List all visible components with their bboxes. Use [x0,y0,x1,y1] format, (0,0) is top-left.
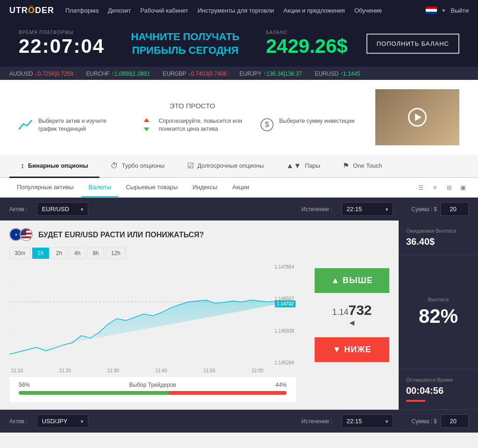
expiry-select-2[interactable]: 22:15 22:30 [342,414,393,428]
ticker-eurusd: EURUSD ↑1.1445 [315,71,360,77]
time-btn-12h[interactable]: 12h [106,248,126,259]
nav-tools[interactable]: Инструменты для торговли [197,7,274,14]
us-flag [20,228,33,241]
filter-indices[interactable]: Индексы [185,178,225,197]
asset-label-1: Актив : [9,206,28,213]
how-step-3: $ Выберите сумму инвестиции [260,117,366,132]
rate-display: 1.14 732 [332,302,372,318]
chevron-down-icon[interactable]: ▼ [442,8,446,13]
play-button[interactable] [408,108,427,127]
choice-labels: 56% Выбор Трейдеров 44% [19,382,287,388]
bull-pct: 56% [19,382,30,388]
tab-longterm[interactable]: ☑ Долгосрочные опционы [176,155,275,178]
ticker-eurgbp: EURGBP ↓0.7403|0.7406 : [162,71,230,77]
current-rate: 1.14 732 ◄ [332,302,372,328]
how-title: ЭТО ПРОСТО [19,102,366,110]
onetouch-tab-icon: ⚑ [343,161,349,170]
rate-small: 1.14 [332,307,348,317]
asset-select-1[interactable]: EUR/USD GBP/USD USD/JPY AUD/USD [37,202,88,216]
view-compact-icon[interactable]: ≡ [429,182,441,193]
price-labels: 1.147884 1.146587 1.145938 1.145289 [273,263,296,366]
promo-text: НАЧНИТЕ ПОЛУЧАТЬ ПРИБЫЛЬ СЕГОДНЯ [123,30,247,57]
chart-svg [10,264,295,366]
tab-onetouch[interactable]: ⚑ One Touch [331,155,394,178]
view-grid-icon[interactable]: ⊞ [443,182,455,193]
higher-button[interactable]: ▲ ВЫШЕ [315,268,389,293]
svg-marker-2 [144,128,149,131]
chart-icon [19,117,34,132]
how-it-works: ЭТО ПРОСТО Выберите актив и изучите граф… [0,80,478,155]
logo-highlight: Ö [28,6,35,15]
choice-bar [19,391,287,395]
turbo-tab-icon: ⏱ [111,162,118,170]
header-banner: ВРЕМЯ ПЛАТФОРМЫ 22:07:04 НАЧНИТЕ ПОЛУЧАТ… [0,21,478,68]
time-labels: 21:10 21:20 21:30 21:40 21:50 22:00 [9,366,296,375]
time-btn-4h[interactable]: 4h [69,248,85,259]
filter-currencies[interactable]: Валюты [81,178,119,197]
deposit-button[interactable]: ПОПОЛНИТЬ БАЛАНС [366,34,459,54]
exit-button[interactable]: Выйти [451,7,469,14]
navbar-right: ▼ Выйти [426,7,469,14]
expiry-label-1: Истечение : [302,206,332,213]
svg-text:$: $ [265,121,269,128]
amount-section-1: Сумма : $ [412,202,469,216]
filter-stocks[interactable]: Акции [225,178,257,197]
time-remaining-block: Оставшееся Время 00:04:56 [399,370,478,410]
step-3-text: Выберите сумму инвестиции [279,117,354,125]
amount-label-1: Сумма : $ [412,206,437,213]
how-step-1: Выберите актив и изучите график тенденци… [19,117,125,133]
time-btn-8h[interactable]: 8h [87,248,104,259]
step-2-text: Спрогнозируйте, повысится или понизится … [159,117,246,133]
filter-commodities[interactable]: Сырьевые товары [119,178,185,197]
traders-choice-label: Выбор Трейдеров [129,382,176,388]
binary-tab-icon: ↕ [21,162,24,170]
time-buttons: 30m 1h 2h 4h 8h 12h [9,248,296,259]
filter-popular[interactable]: Популярные активы [9,178,81,197]
longterm-tab-icon: ☑ [187,161,194,170]
expiry-label-2: Истечение : [302,418,332,425]
trading-panel-2: Актив : USD/JPY EUR/USD GBP/USD ▼ Истече… [0,410,478,433]
tab-pairs[interactable]: ▲▼ Пары [275,155,331,178]
view-list-icon[interactable]: ☰ [415,182,427,193]
tab-turbo[interactable]: ⏱ Турбо опционы [99,155,176,178]
filter-tabs: Популярные активы Валюты Сырьевые товары… [9,178,257,197]
chart-trade-section: ★ БУДЕТ EUR/USD РАСТИ ИЛИ ПОНИЖАТЬСЯ? 30… [0,220,478,410]
time-btn-1h[interactable]: 1h [32,248,49,259]
asset-label-2: Актив : [9,418,28,425]
asset-select-wrapper-1: EUR/USD GBP/USD USD/JPY AUD/USD ▼ [37,202,88,216]
pairs-tab-icon: ▲▼ [286,162,301,170]
lower-button[interactable]: ▼ НИЖЕ [315,337,389,362]
time-btn-30m[interactable]: 30m [9,248,30,259]
platform-time-section: ВРЕМЯ ПЛАТФОРМЫ 22:07:04 [19,30,105,57]
svg-marker-1 [144,118,149,122]
asset-select-2[interactable]: USD/JPY EUR/USD GBP/USD [37,414,88,428]
tab-turbo-label: Турбо опционы [122,162,165,169]
ticker: AUDUSD ↓0.7256|0.7259 : EURCHF ↑1.0888|1… [0,68,478,80]
view-large-icon[interactable]: ▣ [457,182,469,193]
ticker-eurjpy: EURJPY ↑136.34|136.37 : [239,71,305,77]
nav-promotions[interactable]: Акции и предложения [283,7,345,14]
nav-cabinet[interactable]: Рабочий кабинет [141,7,189,14]
amount-input-2[interactable] [441,414,469,428]
nav-links: Платформа Депозит Рабочий кабинет Инстру… [65,7,415,14]
tab-binary[interactable]: ↕ Бинарные опционы [9,155,99,178]
time-btn-2h[interactable]: 2h [51,248,67,259]
choice-bear-bar [169,391,287,395]
amount-input-1[interactable] [441,202,469,216]
sidebar-stats: Ожидаемая Выплата 36.40$ Выплата 82% Ост… [399,220,478,410]
how-steps: Выберите актив и изучите график тенденци… [19,117,366,133]
nav-platform[interactable]: Платформа [65,7,98,14]
expected-payout-block: Ожидаемая Выплата 36.40$ [399,220,478,255]
chart-area-wrapper: 1.14732 1.147884 1.146587 1.145938 1.145… [9,263,296,402]
video-thumbnail[interactable] [375,89,459,145]
ticker-eurchf: EURCHF ↑1.0888|1.0891 : [86,71,154,77]
nav-deposit[interactable]: Депозит [108,7,131,14]
arrows-icon [139,117,154,132]
payout-label: Выплата [428,297,449,302]
payout-block: Выплата 82% [399,255,478,370]
nav-education[interactable]: Обучение [354,7,382,14]
platform-time-label: ВРЕМЯ ПЛАТФОРМЫ [19,30,105,35]
ticker-audusd: AUDUSD ↓0.7256|0.7259 : [9,71,77,77]
expiry-select-1[interactable]: 22:15 22:30 23:00 [342,202,393,216]
balance-section: БАЛАНС 2429.26$ [266,30,348,57]
